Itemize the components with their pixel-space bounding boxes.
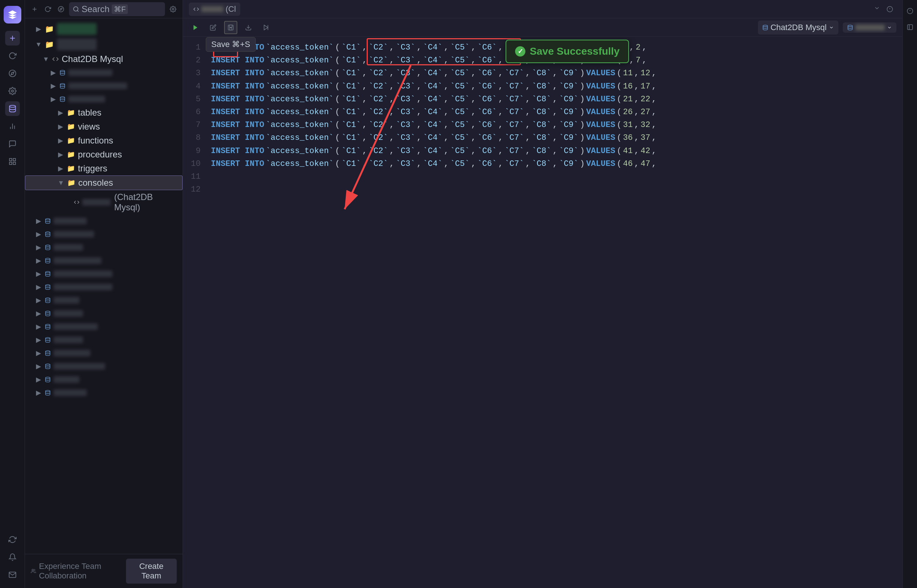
sidebar-item-compass[interactable] [5, 66, 20, 81]
connection-label: Chat2DB Mysql [62, 54, 123, 64]
sidebar-item-sync[interactable] [5, 532, 20, 547]
chevron-icon: ▶ [57, 165, 64, 172]
search-label: Search [81, 4, 110, 14]
extra-db-10[interactable]: ▶ [25, 333, 183, 346]
create-team-button[interactable]: Create Team [126, 559, 177, 583]
code-editor[interactable]: INSERT INTO `access_token` (`C1`, `C2`, … [205, 37, 902, 588]
play-button[interactable] [259, 21, 272, 34]
tree-procedures[interactable]: ▶ 📁 procedures [25, 147, 183, 162]
download-button[interactable] [242, 21, 255, 34]
sidebar-item-chat[interactable] [5, 137, 20, 151]
app-icon[interactable] [4, 6, 21, 24]
sidebar-item-database[interactable] [5, 101, 20, 116]
right-info-icon[interactable] [903, 5, 917, 18]
locate-button[interactable] [56, 4, 66, 14]
run-button[interactable] [189, 21, 202, 34]
extra-db-8[interactable]: ▶ [25, 307, 183, 320]
sidebar-item-bell[interactable] [5, 550, 20, 564]
svg-point-25 [45, 245, 50, 246]
code-line-11 [211, 170, 896, 183]
extra-db-13[interactable]: ▶ [25, 373, 183, 386]
connection-chat2db[interactable]: ▼ Chat2DB Mysql [25, 52, 183, 66]
schema-selector[interactable] [843, 23, 896, 33]
chevron-icon: ▶ [50, 69, 57, 76]
editor-area: 1 2 3 4 5 6 7 8 9 10 11 12 INSERT INTO `… [183, 37, 902, 588]
tab-dropdown[interactable] [874, 5, 880, 13]
tree-tables[interactable]: ▶ 📁 tables [25, 106, 183, 120]
extra-db-7[interactable]: ▶ [25, 294, 183, 307]
subdb-3[interactable]: ▶ [25, 92, 183, 106]
svg-point-19 [172, 8, 174, 10]
extra-db-5[interactable]: ▶ [25, 267, 183, 280]
svg-point-21 [60, 83, 65, 85]
code-line-8: INSERT INTO `access_token` (`C1`, `C2`, … [211, 131, 896, 144]
chevron-icon: ▶ [35, 244, 42, 251]
console-item[interactable]: (Chat2DB Mysql) [25, 190, 183, 214]
db-selector-label: Chat2DB Mysql [770, 23, 826, 32]
chevron-icon: ▶ [35, 257, 42, 264]
extra-db-9[interactable]: ▶ [25, 320, 183, 333]
chevron-icon: ▶ [35, 284, 42, 290]
settings-button[interactable] [168, 4, 178, 14]
triggers-label: triggers [78, 163, 107, 174]
extra-db-1[interactable]: ▶ [25, 214, 183, 228]
console-sublabel: (Chat2DB Mysql) [114, 192, 178, 213]
search-shortcut: ⌘F [112, 5, 128, 14]
tab-suffix: (Cl [225, 5, 236, 14]
sidebar-item-settings[interactable] [5, 84, 20, 99]
tree-functions[interactable]: ▶ 📁 functions [25, 134, 183, 147]
chevron-icon: ▶ [35, 26, 42, 32]
extra-db-6[interactable]: ▶ [25, 280, 183, 294]
functions-label: functions [78, 136, 113, 146]
extra-db-14[interactable]: ▶ [25, 386, 183, 399]
chevron-icon: ▶ [57, 137, 64, 144]
tree-footer: Experience Team Collaboration Create Tea… [25, 554, 183, 588]
extra-db-2[interactable]: ▶ [25, 228, 183, 241]
code-line-3: INSERT INTO `access_token` (`C1`, `C2`, … [211, 67, 896, 80]
extra-db-11[interactable]: ▶ [25, 346, 183, 360]
consoles-label: consoles [78, 178, 113, 188]
editor-toolbar: Save ⌘+S Chat2DB Mysql [183, 18, 902, 37]
svg-rect-10 [13, 158, 15, 161]
svg-marker-16 [60, 8, 62, 10]
add-button[interactable] [29, 4, 40, 14]
sidebar-item-refresh[interactable] [5, 48, 20, 63]
subdb-1[interactable]: ▶ [25, 66, 183, 79]
svg-point-28 [45, 284, 50, 286]
db-selector[interactable]: Chat2DB Mysql [758, 21, 838, 34]
svg-point-36 [45, 390, 50, 392]
sidebar-item-apps[interactable] [5, 154, 20, 169]
edit-button[interactable] [206, 21, 220, 34]
tree-triggers[interactable]: ▶ 📁 triggers [25, 162, 183, 176]
tree-views[interactable]: ▶ 📁 views [25, 120, 183, 134]
top-right-icon[interactable] [883, 3, 896, 16]
sidebar-item-chart[interactable] [5, 119, 20, 134]
team-label: Experience Team Collaboration [39, 562, 126, 581]
extra-db-12[interactable]: ▶ [25, 360, 183, 373]
svg-point-27 [45, 271, 50, 273]
search-bar[interactable]: Search ⌘F [69, 2, 165, 16]
right-sidebar [902, 0, 917, 588]
svg-point-30 [45, 311, 50, 312]
extra-db-4[interactable]: ▶ [25, 254, 183, 267]
sidebar-item-new[interactable] [5, 31, 20, 45]
sidebar-item-message[interactable] [5, 567, 20, 582]
chevron-icon: ▶ [35, 363, 42, 370]
tree-folder-2[interactable]: ▼ 📁 [25, 37, 183, 52]
save-tooltip: Save ⌘+S [206, 37, 256, 52]
chevron-icon: ▶ [35, 350, 42, 356]
svg-marker-46 [264, 25, 268, 30]
right-panel-icon[interactable] [903, 21, 917, 34]
code-line-6: INSERT INTO `access_token` (`C1`, `C2`, … [211, 106, 896, 118]
refresh-tree-button[interactable] [43, 4, 53, 14]
extra-db-3[interactable]: ▶ [25, 241, 183, 254]
code-line-12 [211, 183, 896, 196]
success-message: Save Successfully [530, 45, 619, 57]
tree-folder-1[interactable]: ▶ 📁 [25, 21, 183, 37]
svg-point-48 [763, 25, 768, 26]
active-tab[interactable]: (Cl [189, 3, 240, 16]
chevron-icon: ▶ [35, 218, 42, 224]
subdb-2[interactable]: ▶ [25, 79, 183, 92]
tree-consoles[interactable]: ▼ 📁 consoles [25, 176, 183, 190]
save-button[interactable] [224, 21, 237, 34]
